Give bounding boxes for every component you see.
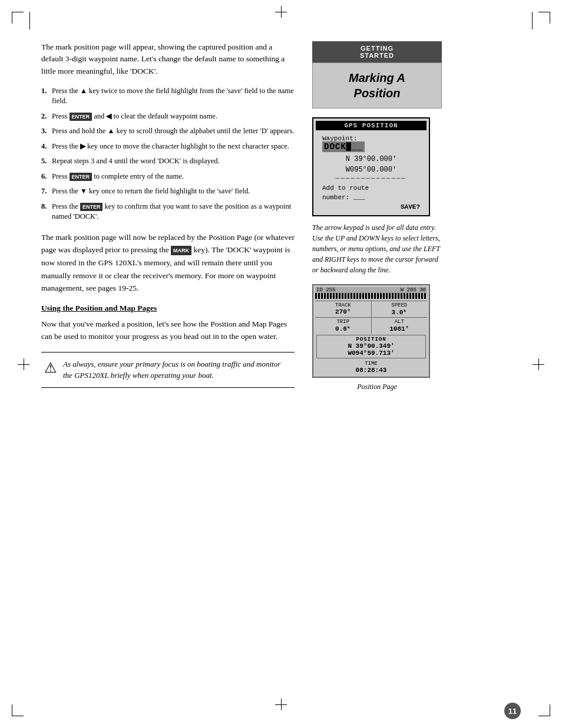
step-text: Press the ENTER key to confirm that you … bbox=[52, 202, 295, 222]
alt-cell: ALT 1081ᶠ bbox=[372, 318, 428, 334]
sidebar-title: Marking APosition bbox=[319, 70, 435, 101]
enter-key-badge-2: ENTER bbox=[70, 173, 92, 182]
step-num: 4. bbox=[41, 141, 52, 152]
left-column: The mark position page will appear, show… bbox=[41, 41, 295, 391]
step-num: 8. bbox=[41, 202, 52, 222]
warning-icon: ⚠ bbox=[44, 360, 57, 376]
crosshair-right bbox=[533, 358, 544, 370]
position-page-caption: Position Page bbox=[312, 383, 442, 391]
signal-bar bbox=[315, 293, 427, 299]
steps-list: 1. Press the ▲ key twice to move the fie… bbox=[41, 86, 295, 222]
corner-mark-br bbox=[538, 704, 550, 716]
up-arrow-2: ▲ bbox=[107, 126, 114, 136]
list-item: 4. Press the ▶ key once to move the char… bbox=[41, 141, 295, 152]
trip-label: TRIP bbox=[316, 319, 371, 325]
section-text: Now that you've marked a position, let's… bbox=[41, 318, 295, 343]
step-text: Press the ▼ key once to return the field… bbox=[52, 186, 295, 197]
step-text: Press the ▶ key once to move the charact… bbox=[52, 141, 295, 152]
coord1-display: N 39°00.000' bbox=[319, 154, 423, 164]
left-arrow: ◀ bbox=[106, 111, 111, 121]
step-num: 7. bbox=[41, 186, 52, 197]
mark-key-badge: MARK bbox=[171, 246, 191, 255]
gps-divider: ────────────── bbox=[319, 175, 423, 182]
step-text: Press the ▲ key twice to move the field … bbox=[52, 86, 295, 107]
sidebar-header: GETTING STARTED bbox=[312, 41, 442, 62]
position-section: POSITION N 39°00.349' W094°59.713' bbox=[316, 335, 426, 358]
step-num: 2. bbox=[41, 111, 52, 122]
position-section-title: POSITION bbox=[318, 337, 424, 342]
list-item: 5. Repeat steps 3 and 4 until the word '… bbox=[41, 156, 295, 167]
route-number-label: number: ___ bbox=[319, 194, 423, 201]
page: The mark position page will appear, show… bbox=[0, 0, 562, 728]
step-num: 1. bbox=[41, 86, 52, 107]
track-label: TRACK bbox=[316, 302, 371, 308]
intro-paragraph: The mark position page will appear, show… bbox=[41, 41, 295, 77]
line-right bbox=[532, 12, 533, 29]
track-value: 270° bbox=[316, 308, 371, 315]
step-text: Repeat steps 3 and 4 until the word 'DOC… bbox=[52, 156, 295, 167]
right-arrow: ▶ bbox=[80, 141, 85, 151]
speed-cell: SPEED 3.0ᵏ bbox=[372, 301, 428, 317]
alt-label: ALT bbox=[372, 319, 427, 325]
list-item: 8. Press the ENTER key to confirm that y… bbox=[41, 202, 295, 222]
step-num: 6. bbox=[41, 172, 52, 182]
list-item: 7. Press the ▼ key once to return the fi… bbox=[41, 186, 295, 197]
right-column: GETTING STARTED Marking APosition GPS PO… bbox=[312, 41, 442, 391]
corner-mark-tr bbox=[538, 12, 550, 24]
time-section: TIME 08:28:43 bbox=[315, 360, 427, 375]
warning-box: ⚠ As always, ensure your primary focus i… bbox=[41, 352, 295, 388]
list-item: 1. Press the ▲ key twice to move the fie… bbox=[41, 86, 295, 107]
save-label: SAVE? bbox=[319, 203, 423, 210]
signal-id: ID 255 bbox=[316, 287, 335, 293]
step-text: Press and hold the ▲ key to scroll throu… bbox=[52, 126, 295, 137]
enter-key-badge-3: ENTER bbox=[80, 203, 103, 212]
list-item: 2. Press ENTER and ◀ to clear the defaul… bbox=[41, 111, 295, 122]
corner-mark-bl bbox=[12, 704, 24, 716]
gps-screen-title: GPS POSITION bbox=[316, 121, 427, 130]
crosshair-bottom bbox=[275, 699, 287, 710]
position-coord1: N 39°00.349' bbox=[318, 342, 424, 350]
line-left bbox=[29, 12, 30, 29]
alt-value: 1081ᶠ bbox=[372, 325, 427, 332]
time-value: 08:28:43 bbox=[316, 367, 426, 374]
crosshair-left bbox=[18, 358, 29, 370]
signal-header: ID 255 W 285 30 bbox=[315, 287, 427, 293]
step-text: Press ENTER to complete entry of the nam… bbox=[52, 172, 295, 182]
down-arrow: ▼ bbox=[80, 186, 87, 196]
track-cell: TRACK 270° bbox=[315, 301, 371, 317]
sidebar-title-box: Marking APosition bbox=[312, 62, 442, 108]
trip-alt-row: TRIP 0.6ᵏ ALT 1081ᶠ bbox=[315, 317, 427, 334]
page-number: 11 bbox=[504, 703, 521, 719]
waypoint-value: DOCK█__ bbox=[322, 141, 365, 152]
list-item: 3. Press and hold the ▲ key to scroll th… bbox=[41, 126, 295, 137]
up-arrow: ▲ bbox=[80, 86, 87, 96]
position-page-screen: ID 255 W 285 30 TRACK 270° SPEED 3. bbox=[312, 284, 430, 378]
track-speed-row: TRACK 270° SPEED 3.0ᵏ bbox=[315, 301, 427, 317]
enter-key-badge: ENTER bbox=[70, 113, 92, 121]
step-text: Press ENTER and ◀ to clear the default w… bbox=[52, 111, 295, 122]
sidebar-header-line1: GETTING bbox=[318, 45, 436, 52]
position-coord2: W094°59.713' bbox=[318, 350, 424, 357]
step-num: 5. bbox=[41, 156, 52, 167]
sidebar-header-line2: STARTED bbox=[318, 52, 436, 59]
signal-w: W 285 30 bbox=[401, 287, 426, 293]
corner-mark-tl bbox=[12, 12, 24, 24]
crosshair-top bbox=[275, 6, 287, 18]
gps-caption: The arrow keypad is used for all data en… bbox=[312, 222, 442, 275]
step-num: 3. bbox=[41, 126, 52, 137]
speed-value: 3.0ᵏ bbox=[372, 308, 427, 316]
warning-text: As always, ensure your primary focus is … bbox=[63, 358, 292, 381]
trip-value: 0.6ᵏ bbox=[316, 325, 371, 332]
add-route-label: Add to route bbox=[319, 185, 423, 192]
trip-cell: TRIP 0.6ᵏ bbox=[315, 318, 371, 334]
section-heading: Using the Position and Map Pages bbox=[41, 304, 295, 313]
time-label: TIME bbox=[316, 361, 426, 367]
middle-paragraph: The mark position page will now be repla… bbox=[41, 231, 295, 295]
speed-label: SPEED bbox=[372, 302, 427, 308]
list-item: 6. Press ENTER to complete entry of the … bbox=[41, 172, 295, 182]
gps-position-screen: GPS POSITION Waypoint: DOCK█__ N 39°00.0… bbox=[312, 117, 430, 216]
coord2-display: W095°00.000' bbox=[319, 164, 423, 175]
